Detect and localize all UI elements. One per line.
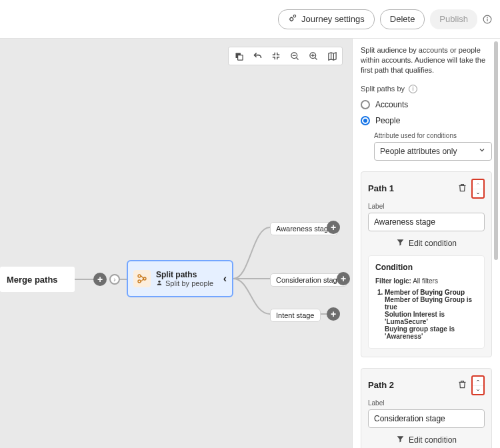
path-label-input[interactable] (368, 213, 485, 231)
path-title: Path 1 (368, 183, 394, 193)
split-node-title: Split paths (156, 270, 218, 279)
svg-point-0 (290, 17, 293, 21)
scrollbar[interactable] (494, 41, 498, 260)
split-by-label: Split paths by i (361, 85, 492, 93)
delete-label: Delete (390, 14, 415, 24)
path-chip-consideration[interactable]: Consideration stage (270, 273, 347, 287)
svg-rect-16 (237, 55, 243, 60)
zoom-in-icon[interactable] (307, 50, 319, 62)
svg-line-23 (315, 57, 317, 59)
top-bar: Journey settings Delete Publish (0, 0, 500, 39)
path-block-2: Path 2 Label Edit conditi (361, 368, 492, 448)
merge-paths-label: Merge paths (7, 275, 58, 285)
add-step-button[interactable]: + (93, 273, 107, 286)
edit-condition-button[interactable]: Edit condition (368, 435, 485, 445)
radio-icon (361, 100, 370, 109)
move-up-button (473, 180, 483, 189)
svg-line-19 (296, 57, 298, 59)
properties-panel: Split audience by accounts or people wit… (352, 39, 500, 448)
condition-summary: Condition Filter logic: All filters Memb… (368, 255, 485, 349)
undo-icon[interactable] (251, 50, 263, 62)
svg-point-1 (293, 15, 296, 17)
radio-accounts-label: Accounts (375, 100, 408, 109)
path-label-caption: Label (368, 203, 485, 210)
canvas-toolbar (228, 47, 343, 65)
move-down-button[interactable] (473, 189, 483, 197)
split-node-subtitle: Split by people (165, 279, 213, 287)
radio-accounts[interactable]: Accounts (361, 100, 492, 109)
svg-point-11 (138, 275, 141, 277)
journey-settings-label: Journey settings (301, 14, 365, 24)
radio-people[interactable]: People (361, 116, 492, 125)
attribute-select-value: People attributes only (380, 147, 457, 156)
add-step-button[interactable]: + (327, 221, 340, 234)
delete-path-button[interactable] (457, 379, 467, 391)
info-icon[interactable]: i (409, 85, 417, 93)
radio-icon (361, 116, 370, 125)
chevron-down-icon (478, 146, 486, 156)
svg-point-14 (158, 281, 160, 283)
svg-point-12 (138, 280, 141, 283)
condition-rule: Member of Buying Group Member of Buying … (385, 289, 477, 340)
svg-point-4 (487, 17, 488, 17)
edit-condition-label: Edit condition (409, 239, 457, 248)
person-icon (156, 279, 163, 287)
zoom-out-icon[interactable] (289, 50, 301, 62)
delete-button[interactable]: Delete (380, 9, 425, 29)
edit-condition-button[interactable]: Edit condition (368, 238, 485, 249)
panel-description: Split audience by accounts or people wit… (361, 45, 492, 75)
publish-button: Publish (430, 9, 477, 29)
copy-icon[interactable] (233, 50, 245, 62)
compress-icon[interactable] (270, 50, 282, 62)
info-icon[interactable] (483, 15, 492, 24)
delete-path-button[interactable] (457, 183, 467, 195)
merge-paths-node[interactable]: Merge paths (0, 267, 75, 292)
attribute-select[interactable]: People attributes only (374, 142, 492, 161)
journey-settings-button[interactable]: Journey settings (278, 9, 375, 29)
add-step-button[interactable]: + (337, 272, 350, 285)
filter-icon (396, 435, 405, 445)
reorder-buttons (471, 375, 485, 395)
chevron-left-icon[interactable]: ‹ (223, 273, 227, 285)
journey-canvas[interactable]: Merge paths + › Split paths Split by peo… (0, 39, 352, 448)
path-title: Path 2 (368, 380, 394, 390)
add-step-button[interactable]: + (327, 307, 340, 321)
split-paths-node[interactable]: Split paths Split by people ‹ (127, 260, 233, 297)
move-up-button[interactable] (473, 377, 483, 385)
edit-condition-label: Edit condition (409, 435, 457, 445)
radio-people-label: People (375, 116, 400, 125)
attribute-label: Attribute used for conditions (374, 132, 492, 139)
path-label-caption: Label (368, 399, 485, 407)
path-label-input[interactable] (368, 409, 485, 428)
reorder-buttons (471, 179, 485, 199)
split-icon (133, 270, 151, 287)
map-icon[interactable] (326, 50, 338, 62)
split-node-text: Split paths Split by people (156, 270, 218, 287)
move-down-button[interactable] (473, 385, 483, 394)
path-chip-intent[interactable]: Intent stage (270, 309, 321, 322)
filter-icon (396, 238, 405, 249)
condition-heading: Condition (375, 263, 477, 272)
connector-handle[interactable]: › (109, 274, 120, 285)
gear-icon (288, 13, 297, 25)
path-block-1: Path 1 Label Edit conditi (361, 171, 492, 357)
publish-label: Publish (439, 14, 468, 24)
